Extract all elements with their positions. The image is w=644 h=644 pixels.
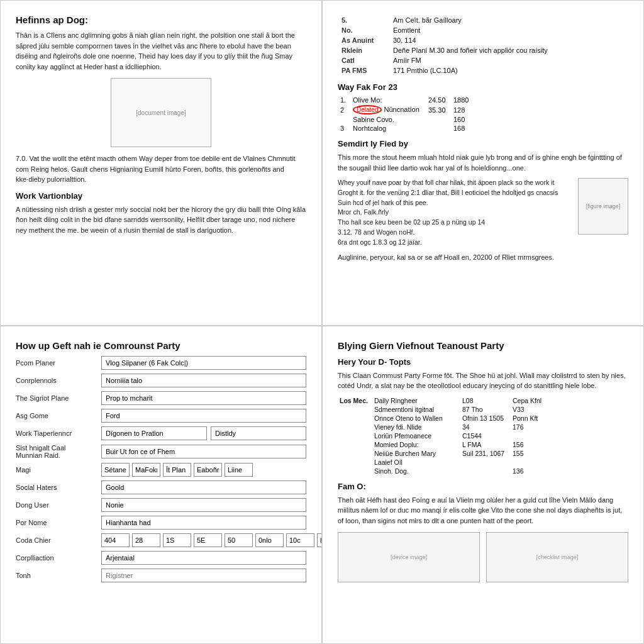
br-col4: Ponn Kft [511, 414, 628, 423]
form-multi-input-0[interactable] [101, 463, 130, 477]
form-label: Dong User [16, 501, 97, 509]
br-col2: Vieney fdi. Nlide [372, 423, 460, 431]
form-row: Sist hnigalt Caal Munnian Raid. [16, 444, 306, 459]
form-input-por-nome[interactable] [101, 516, 306, 530]
form-multi-input-2[interactable] [163, 463, 191, 477]
form-label: Sist hnigalt Caal Munnian Raid. [16, 444, 97, 459]
table-row: PA FMS171 Pmthio (LC.10A) [339, 66, 627, 75]
form-input-primary[interactable] [101, 426, 207, 440]
form-row: Conrplennols [16, 374, 306, 387]
br-col1 [338, 440, 372, 449]
form-input-sist-hnigalt-caal-munnian-raid.[interactable] [101, 445, 306, 458]
form-multi-input-1[interactable] [132, 463, 160, 477]
br-col4: 156 [511, 440, 628, 449]
form-input-social-haters[interactable] [101, 480, 306, 494]
br-col3: 34 [460, 423, 511, 431]
br-col2: Onnce Oteno to Wallen [372, 414, 460, 423]
br-col3 [460, 467, 511, 475]
br-col4: Cepa Kfnl [511, 396, 628, 405]
form-multi-input-1[interactable] [132, 533, 160, 547]
br-data-row: Onnce Oteno to Wallen Ofnin 13 1505 Ponn… [338, 414, 628, 423]
page-container: Hefinns ap Dog: Thân is a Clîens anc dgl… [0, 0, 644, 644]
form-input-the-sigriot-plane[interactable] [101, 391, 306, 405]
way-fak-row: Sabine Covo. 160 [338, 115, 628, 124]
form-input-asg-gome[interactable] [101, 409, 306, 423]
way-fak-row: 2 Delated Nüncnatíon 35.30 128 [338, 104, 628, 115]
br-hery-body: This Claan Commust Party Forme fôt. The … [338, 370, 628, 391]
table-row: No.Eomtlent [339, 26, 627, 35]
row-value: 30. 114 [391, 36, 627, 45]
form-input-pcom-planer[interactable] [101, 356, 306, 370]
row-label: PA FMS [339, 66, 389, 75]
br-col1 [338, 467, 372, 475]
wf-name: Norhtcalog [350, 124, 426, 133]
br-col4: 136 [511, 467, 628, 475]
form-label: Asg Gome [16, 412, 97, 419]
form-row: Social Haters [16, 480, 306, 494]
table-row: 5.Am Ceît. bãr Gaílloary [339, 16, 627, 25]
wf-qty: 128 [451, 104, 628, 115]
form-row: Tonh [16, 569, 306, 582]
row-value: Eomtlent [391, 26, 627, 35]
form-multi-input-3[interactable] [194, 463, 222, 477]
table-row: RkleinDeñe Planí M.30 and foñeir vich ap… [339, 46, 627, 55]
br-col1 [338, 449, 372, 458]
way-fak-table: 1. Olive Mo: 24.50 18802 Delated Nüncnat… [338, 96, 628, 133]
form-input-dong-user[interactable] [101, 498, 306, 512]
top-right-section: 5.Am Ceît. bãr GaílloaryNo.EomtlentAs An… [322, 0, 644, 326]
br-col1: Los Mec. [338, 396, 372, 405]
br-col3: C1544 [460, 431, 511, 440]
row-value: Am Ceît. bãr Gaílloary [391, 16, 627, 25]
form-section: Pcom PlanerConrplennolsThe Sigriot Plane… [16, 356, 306, 582]
tl-document-image: [document image] [111, 78, 211, 147]
form-label: Coda Chier [16, 536, 97, 544]
wf-num [338, 115, 350, 124]
form-label: Work Tiaperienncr [16, 430, 97, 437]
form-multi-input-5[interactable] [255, 533, 284, 547]
form-input-conrplennols[interactable] [101, 374, 306, 387]
way-fak-section: Way Fak For 23 1. Olive Mo: 24.50 18802 … [338, 82, 628, 133]
br-col3: L08 [460, 396, 511, 405]
wf-price [426, 115, 451, 124]
form-multi-input-3[interactable] [194, 533, 222, 547]
bottom-right-section: Blying Giern Viefnout Teanoust Party Her… [322, 326, 644, 644]
br-col4: 155 [511, 449, 628, 458]
form-label: Conrplennols [16, 377, 97, 384]
br-col2: Laaief Oíl [372, 458, 460, 467]
br-col4 [511, 458, 628, 467]
wf-price: 35.30 [426, 104, 451, 115]
wf-name: Olive Mo: [350, 96, 426, 104]
br-title: Blying Giern Viefnout Teanoust Party [338, 340, 628, 351]
row-label: No. [339, 26, 389, 35]
row-value: Deñe Planí M.30 and foñeir vich appliór … [391, 46, 627, 55]
table-row: CatlAmíir FM [339, 56, 627, 65]
form-multi-input-7[interactable] [317, 533, 322, 547]
form-multi-input-2[interactable] [163, 533, 191, 547]
form-label: Corplliaction [16, 554, 97, 562]
form-register-input[interactable] [101, 569, 306, 582]
br-data-row: Momied Doplu: L FMA 156 [338, 440, 628, 449]
form-input-secondary[interactable] [211, 426, 306, 440]
form-multi-input-0[interactable] [101, 533, 130, 547]
row-label: Rklein [339, 46, 389, 55]
br-col4: V33 [511, 405, 628, 414]
br-col2: Momied Doplu: [372, 440, 460, 449]
row-label: As Anuint [339, 36, 389, 45]
semdir-body1: This more the stout heem mluah htoId nia… [338, 152, 628, 173]
wf-name: Sabine Covo. [350, 115, 426, 124]
row-label: Catl [339, 56, 389, 65]
form-multi-inputs [101, 463, 306, 477]
form-multi-input-6[interactable] [286, 533, 314, 547]
form-input-corplliaction[interactable] [101, 551, 306, 565]
br-col1 [338, 458, 372, 467]
br-data-row: Vieney fdi. Nlide 34 176 [338, 423, 628, 431]
tl-body1: Thân is a Clîens anc dglimning gobs ã ni… [16, 30, 306, 72]
br-col3: Suil 231, 1067 [460, 449, 511, 458]
br-device-image: [device image] [338, 532, 480, 582]
form-multi-input-4[interactable] [225, 533, 253, 547]
wf-qty: 168 [451, 124, 628, 133]
br-col2: Daily Ringheer [372, 396, 460, 405]
form-row: Corplliaction [16, 551, 306, 565]
br-col3: 87 Tho [460, 405, 511, 414]
form-multi-input-4[interactable] [225, 463, 253, 477]
